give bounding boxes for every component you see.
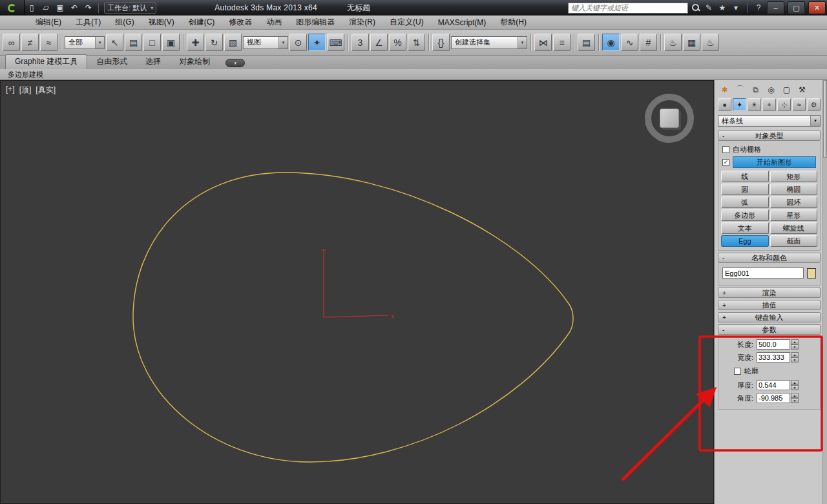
select-and-rotate-icon[interactable]: ↻ (205, 34, 223, 51)
select-object-icon[interactable]: ↖ (106, 34, 123, 51)
render-production-icon[interactable]: ♨ (702, 34, 719, 51)
panel-polygon-modeling[interactable]: 多边形建模 (8, 70, 43, 79)
curve-editor-icon[interactable]: ∿ (621, 34, 638, 51)
search-icon[interactable] (691, 3, 700, 12)
edit-named-selection-sets-icon[interactable]: {} (432, 34, 450, 51)
angle-input[interactable] (757, 393, 790, 403)
rollout-name-color-header[interactable]: - 名称和颜色 (718, 253, 821, 263)
menu-maxscript[interactable]: MAXScript(M) (431, 16, 494, 29)
save-file-icon[interactable]: ▣ (53, 1, 67, 14)
viewport-general-menu[interactable]: [+] (6, 85, 15, 96)
ribbon-minimize-toggle[interactable]: ▾ (225, 59, 245, 67)
category-lights-icon[interactable]: ☀ (748, 98, 761, 111)
tab-modify-icon[interactable]: ⌒ (733, 83, 747, 96)
menu-customize[interactable]: 自定义(U) (382, 16, 431, 29)
spinner-snap-icon[interactable]: ⇅ (408, 34, 425, 51)
tab-display-icon[interactable]: ▢ (780, 83, 793, 96)
select-and-manipulate-icon[interactable]: ✦ (308, 34, 326, 51)
shape-button-rectangle[interactable]: 矩形 (770, 171, 818, 182)
shape-button-egg[interactable]: Egg (721, 235, 769, 247)
tab-selection[interactable]: 选择 (136, 55, 170, 69)
search-input[interactable] (568, 3, 688, 14)
tab-object-paint[interactable]: 对象绘制 (170, 55, 219, 69)
3ds-max-logo[interactable] (0, 0, 25, 16)
named-selection-sets-dropdown[interactable]: 创建选择集 ▾ (451, 36, 527, 49)
autogrid-checkbox[interactable] (722, 146, 729, 153)
menu-modifiers[interactable]: 修改器 (222, 16, 259, 29)
viewport-top[interactable]: [+] [顶] [真实] x (0, 80, 714, 504)
shape-category-dropdown[interactable]: 样条线 ▾ (718, 115, 821, 127)
length-spinner[interactable]: ▲▼ (791, 339, 799, 350)
menu-create[interactable]: 创建(C) (182, 16, 222, 29)
menu-views[interactable]: 视图(V) (141, 16, 182, 29)
tab-freeform[interactable]: 自由形式 (87, 55, 136, 69)
close-button[interactable]: ✕ (808, 1, 826, 14)
chevron-down-icon[interactable]: ▾ (731, 3, 741, 12)
category-systems-icon[interactable]: ⚙ (807, 98, 821, 111)
tab-graphite-modeling[interactable]: Graphite 建模工具 (5, 54, 87, 69)
select-and-move-icon[interactable]: ✚ (187, 34, 204, 51)
rendered-frame-window-icon[interactable]: ▦ (683, 34, 700, 51)
shape-button-helix[interactable]: 螺旋线 (770, 222, 818, 234)
align-icon[interactable]: ≡ (553, 34, 571, 51)
angle-snap-icon[interactable]: ∠ (370, 34, 388, 51)
reference-coordinate-dropdown[interactable]: 视图 ▾ (243, 36, 288, 49)
category-helpers-icon[interactable]: ⊹ (777, 98, 791, 111)
pen-icon[interactable]: ✎ (704, 3, 714, 12)
tab-create-icon[interactable]: ✱ (718, 83, 731, 96)
snap-toggle-3d-icon[interactable]: 3 (351, 34, 369, 51)
use-pivot-center-icon[interactable]: ⊙ (289, 34, 307, 51)
shape-button-ngon[interactable]: 多边形 (721, 209, 769, 221)
thickness-input[interactable] (757, 380, 790, 390)
help-icon[interactable]: ? (753, 3, 764, 12)
open-file-icon[interactable]: ▱ (39, 1, 53, 14)
start-new-shape-button[interactable]: 开始新图形 (733, 156, 816, 168)
rollout-parameters-header[interactable]: - 参数 (718, 324, 821, 335)
angle-spinner[interactable]: ▲▼ (791, 393, 799, 403)
menu-graph-editors[interactable]: 图形编辑器 (289, 16, 342, 29)
selection-filter-dropdown[interactable]: 全部 ▾ (65, 36, 105, 49)
thickness-spinner[interactable]: ▲▼ (791, 380, 799, 390)
view-cube[interactable] (645, 94, 694, 143)
command-panel-scrollbar[interactable] (822, 80, 827, 504)
view-cube-face[interactable] (660, 109, 679, 128)
restore-button[interactable]: ▢ (788, 1, 805, 14)
category-spacewarps-icon[interactable]: ≈ (792, 98, 806, 111)
minimize-button[interactable]: – (767, 1, 784, 14)
category-cameras-icon[interactable]: ⌖ (762, 98, 776, 111)
select-by-name-icon[interactable]: ▤ (125, 34, 142, 51)
shape-button-text[interactable]: 文本 (721, 222, 769, 234)
material-editor-icon[interactable]: ◉ (602, 34, 620, 51)
percent-snap-icon[interactable]: % (389, 34, 406, 51)
menu-rendering[interactable]: 渲染(R) (342, 16, 382, 29)
viewport-shading-menu[interactable]: [真实] (36, 85, 56, 96)
shape-button-star[interactable]: 星形 (770, 209, 818, 221)
outline-checkbox[interactable] (734, 368, 741, 375)
menu-tools[interactable]: 工具(T) (68, 16, 108, 29)
keyboard-shortcut-override-icon[interactable]: ⌨ (327, 34, 344, 51)
star-icon[interactable]: ★ (717, 3, 728, 12)
width-input[interactable] (757, 352, 790, 362)
workspace-dropdown[interactable]: 工作台: 默认 ▾ (104, 2, 156, 14)
menu-help[interactable]: 帮助(H) (493, 16, 534, 29)
rollout-object-type-header[interactable]: - 对象类型 (718, 131, 821, 141)
rollout-rendering-header[interactable]: + 渲染 (718, 288, 821, 298)
shape-button-ellipse[interactable]: 椭圆 (770, 184, 818, 195)
tab-utilities-icon[interactable]: ⚒ (795, 83, 809, 96)
shape-button-circle[interactable]: 圆 (721, 184, 769, 195)
object-color-swatch[interactable] (807, 268, 816, 278)
bind-to-space-warp-icon[interactable]: ≈ (40, 34, 58, 51)
menu-animation[interactable]: 动画 (259, 16, 289, 29)
rectangular-selection-region-icon[interactable]: □ (143, 34, 161, 51)
unlink-selection-icon[interactable]: ≠ (21, 34, 39, 51)
redo-icon[interactable]: ↷ (81, 1, 96, 14)
menu-edit[interactable]: 编辑(E) (28, 16, 68, 29)
mirror-icon[interactable]: ⋈ (534, 34, 552, 51)
rollout-interpolation-header[interactable]: + 插值 (718, 300, 821, 310)
shape-button-section[interactable]: 截面 (770, 235, 818, 247)
undo-icon[interactable]: ↶ (67, 1, 81, 14)
rollout-keyboard-entry-header[interactable]: + 键盘输入 (718, 312, 821, 322)
render-setup-icon[interactable]: ♨ (664, 34, 682, 51)
select-and-link-icon[interactable]: ∞ (3, 34, 20, 51)
viewport-pov-menu[interactable]: [顶] (19, 85, 32, 96)
